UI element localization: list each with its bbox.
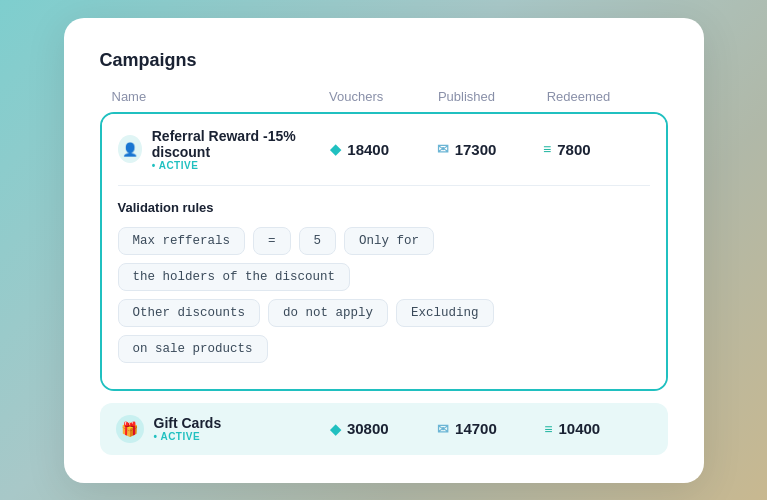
gift-icon: 🎁 xyxy=(116,415,144,443)
tags-row-1: Max refferals = 5 Only for the holders o… xyxy=(118,227,650,291)
col-vouchers: Vouchers xyxy=(329,89,438,104)
tag-holders: the holders of the discount xyxy=(118,263,351,291)
tag-max-refferals: Max refferals xyxy=(118,227,246,255)
gift-name-cell: 🎁 Gift Cards • ACTIVE xyxy=(116,415,330,443)
active-badge: • ACTIVE xyxy=(152,160,331,171)
campaigns-card: Campaigns Name Vouchers Published Redeem… xyxy=(64,18,704,483)
tag-do-not-apply: do not apply xyxy=(268,299,388,327)
redeemed-value: 7800 xyxy=(557,141,590,158)
validation-title: Validation rules xyxy=(118,200,650,215)
giftcards-envelope-icon: ✉ xyxy=(437,421,449,437)
envelope-icon: ✉ xyxy=(437,141,449,157)
vouchers-value: 18400 xyxy=(347,141,389,158)
campaign-name-text: Referral Reward -15% discount • ACTIVE xyxy=(152,128,331,171)
tag-five: 5 xyxy=(299,227,337,255)
giftcards-vouchers-value: 30800 xyxy=(347,420,389,437)
campaign-row-main: 👤 Referral Reward -15% discount • ACTIVE… xyxy=(102,114,666,185)
person-icon: 👤 xyxy=(118,135,142,163)
validation-section: Validation rules Max refferals = 5 Only … xyxy=(102,186,666,389)
card-title: Campaigns xyxy=(100,50,668,71)
tag-on-sale-products: on sale products xyxy=(118,335,268,363)
giftcards-voucher-icon: ◆ xyxy=(330,421,341,437)
campaign-row-giftcards[interactable]: 🎁 Gift Cards • ACTIVE ◆ 30800 ✉ 14700 ≡ … xyxy=(100,403,668,455)
receipt-icon: ≡ xyxy=(543,141,551,157)
giftcards-receipt-icon: ≡ xyxy=(544,421,552,437)
tag-equals: = xyxy=(253,227,291,255)
table-header: Name Vouchers Published Redeemed xyxy=(100,89,668,112)
giftcards-redeemed-value: 10400 xyxy=(558,420,600,437)
tag-other-discounts: Other discounts xyxy=(118,299,261,327)
col-name: Name xyxy=(112,89,330,104)
giftcards-name-text: Gift Cards • ACTIVE xyxy=(154,415,222,442)
giftcards-published-value: 14700 xyxy=(455,420,497,437)
published-value: 17300 xyxy=(455,141,497,158)
campaign-row-referral[interactable]: 👤 Referral Reward -15% discount • ACTIVE… xyxy=(100,112,668,391)
tags-row-2: Other discounts do not apply Excluding o… xyxy=(118,299,650,363)
giftcards-active-badge: • ACTIVE xyxy=(154,431,222,442)
giftcards-published-stat: ✉ 14700 xyxy=(437,420,544,437)
campaign-name-label: Referral Reward -15% discount xyxy=(152,128,331,160)
giftcards-vouchers-stat: ◆ 30800 xyxy=(330,420,437,437)
published-stat: ✉ 17300 xyxy=(437,141,543,158)
giftcards-name-label: Gift Cards xyxy=(154,415,222,431)
col-published: Published xyxy=(438,89,547,104)
campaign-name-cell: 👤 Referral Reward -15% discount • ACTIVE xyxy=(118,128,331,171)
vouchers-stat: ◆ 18400 xyxy=(330,141,436,158)
col-redeemed: Redeemed xyxy=(547,89,656,104)
giftcards-redeemed-stat: ≡ 10400 xyxy=(544,420,651,437)
voucher-icon: ◆ xyxy=(330,141,341,157)
redeemed-stat: ≡ 7800 xyxy=(543,141,649,158)
tag-only-for: Only for xyxy=(344,227,434,255)
tag-excluding: Excluding xyxy=(396,299,494,327)
